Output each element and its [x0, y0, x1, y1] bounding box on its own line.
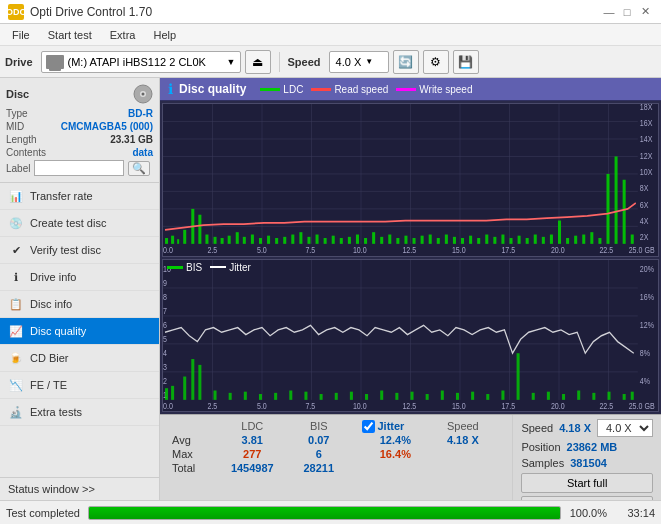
- svg-rect-145: [380, 390, 383, 399]
- menu-help[interactable]: Help: [145, 27, 184, 43]
- legend-ldc-color: [260, 88, 280, 91]
- ldc-chart-svg: 18X 16X 14X 12X 10X 8X 6X 4X 2X: [163, 104, 658, 256]
- svg-rect-146: [395, 392, 398, 399]
- svg-rect-133: [198, 364, 201, 399]
- svg-text:2.5: 2.5: [207, 246, 217, 256]
- maximize-button[interactable]: □: [619, 4, 635, 20]
- svg-text:17.5: 17.5: [501, 246, 515, 256]
- jitter-label-wrapper[interactable]: Jitter: [362, 420, 430, 433]
- svg-text:4: 4: [163, 348, 168, 358]
- config-button[interactable]: ⚙: [423, 50, 449, 74]
- start-full-button[interactable]: Start full: [521, 473, 653, 493]
- minimize-button[interactable]: —: [601, 4, 617, 20]
- app-title: Opti Drive Control 1.70: [30, 5, 152, 19]
- svg-rect-36: [214, 237, 217, 244]
- max-label: Max: [168, 447, 214, 461]
- svg-text:15.0: 15.0: [452, 401, 466, 411]
- menu-start-test[interactable]: Start test: [40, 27, 100, 43]
- nav-item-verify-test-disc[interactable]: ✔ Verify test disc: [0, 237, 159, 264]
- start-part-button[interactable]: Start part: [521, 496, 653, 500]
- close-button[interactable]: ✕: [637, 4, 653, 20]
- avg-row: Avg 3.81 0.07 12.4% 4.18 X: [168, 433, 504, 447]
- svg-text:8X: 8X: [640, 184, 649, 194]
- bis-chart: BIS Jitter: [162, 259, 659, 413]
- speed-selector[interactable]: 4.0 X ▼: [329, 51, 389, 73]
- disc-label-button[interactable]: 🔍: [128, 161, 150, 176]
- nav-item-extra-tests[interactable]: 🔬 Extra tests: [0, 399, 159, 426]
- time-display: 33:14: [615, 507, 655, 519]
- menu-extra[interactable]: Extra: [102, 27, 144, 43]
- create-test-disc-icon: 💿: [8, 215, 24, 231]
- nav-item-cd-bier[interactable]: 🍺 CD Bier: [0, 345, 159, 372]
- svg-text:15.0: 15.0: [452, 246, 466, 256]
- svg-text:12%: 12%: [640, 320, 654, 330]
- svg-text:0.0: 0.0: [163, 246, 173, 256]
- legend-jitter-label: Jitter: [229, 262, 251, 273]
- eject-button[interactable]: ⏏: [245, 50, 271, 74]
- toolbar-separator: [279, 52, 280, 72]
- svg-rect-129: [165, 388, 168, 400]
- statusbar: Test completed 100.0% 33:14: [0, 500, 661, 524]
- svg-rect-63: [429, 235, 432, 244]
- disc-label-input[interactable]: [34, 160, 124, 176]
- nav-item-disc-quality[interactable]: 📈 Disc quality: [0, 318, 159, 345]
- drive-selector[interactable]: (M:) ATAPI iHBS112 2 CL0K ▼: [41, 51, 241, 73]
- progress-bar-fill: [89, 507, 560, 519]
- disc-quality-header: ℹ Disc quality LDC Read speed Write spee…: [160, 78, 661, 101]
- nav-item-fe-te[interactable]: 📉 FE / TE: [0, 372, 159, 399]
- svg-rect-50: [324, 238, 327, 244]
- speed-info-row: Speed 4.18 X 4.0 X 2.0 X 1.0 X: [521, 419, 653, 437]
- legend-jitter-item: Jitter: [210, 262, 251, 273]
- svg-rect-59: [396, 238, 399, 244]
- svg-rect-39: [236, 232, 239, 244]
- drive-info-icon: ℹ: [8, 269, 24, 285]
- disc-mid-value: CMCMAGBA5 (000): [61, 121, 153, 132]
- svg-rect-138: [274, 392, 277, 399]
- nav-item-create-test-disc[interactable]: 💿 Create test disc: [0, 210, 159, 237]
- nav-item-drive-info[interactable]: ℹ Drive info: [0, 264, 159, 291]
- total-label: Total: [168, 461, 214, 475]
- titlebar-controls: — □ ✕: [601, 4, 653, 20]
- svg-text:7.5: 7.5: [305, 246, 315, 256]
- disc-length-row: Length 23.31 GB: [6, 134, 153, 145]
- nav-item-transfer-rate[interactable]: 📊 Transfer rate: [0, 183, 159, 210]
- bis-chart-legend: BIS Jitter: [167, 262, 251, 273]
- svg-rect-31: [177, 239, 179, 244]
- svg-rect-51: [332, 236, 335, 244]
- svg-text:8%: 8%: [640, 348, 650, 358]
- svg-rect-45: [283, 237, 286, 244]
- jitter-checkbox[interactable]: [362, 420, 375, 433]
- svg-rect-136: [244, 391, 247, 399]
- svg-rect-65: [445, 235, 448, 244]
- disc-mid-row: MID CMCMAGBA5 (000): [6, 121, 153, 132]
- svg-rect-32: [183, 230, 186, 244]
- svg-text:10.0: 10.0: [353, 401, 367, 411]
- svg-text:8: 8: [163, 292, 167, 302]
- svg-rect-131: [183, 376, 186, 399]
- svg-text:20.0: 20.0: [551, 401, 565, 411]
- svg-rect-72: [501, 235, 504, 244]
- nav-item-disc-info[interactable]: 📋 Disc info: [0, 291, 159, 318]
- svg-text:5.0: 5.0: [257, 246, 267, 256]
- status-window-button[interactable]: Status window >>: [0, 477, 159, 500]
- drive-label: Drive: [5, 56, 33, 68]
- legend-ldc-label: LDC: [283, 84, 303, 95]
- refresh-button[interactable]: 🔄: [393, 50, 419, 74]
- svg-text:10X: 10X: [640, 168, 653, 178]
- position-value: 23862 MB: [567, 441, 618, 453]
- menu-file[interactable]: File: [4, 27, 38, 43]
- svg-rect-30: [171, 236, 174, 244]
- nav-label-disc-info: Disc info: [30, 298, 72, 310]
- svg-rect-79: [558, 221, 561, 244]
- save-button[interactable]: 💾: [453, 50, 479, 74]
- svg-rect-74: [518, 236, 521, 244]
- svg-text:2.5: 2.5: [207, 401, 217, 411]
- disc-length-value: 23.31 GB: [110, 134, 153, 145]
- disc-contents-label: Contents: [6, 147, 46, 158]
- svg-rect-140: [304, 391, 307, 399]
- titlebar: ODC Opti Drive Control 1.70 — □ ✕: [0, 0, 661, 24]
- svg-rect-61: [413, 238, 416, 244]
- speed-stat-select[interactable]: 4.0 X 2.0 X 1.0 X: [597, 419, 653, 437]
- svg-rect-60: [404, 236, 407, 244]
- svg-rect-162: [631, 391, 634, 399]
